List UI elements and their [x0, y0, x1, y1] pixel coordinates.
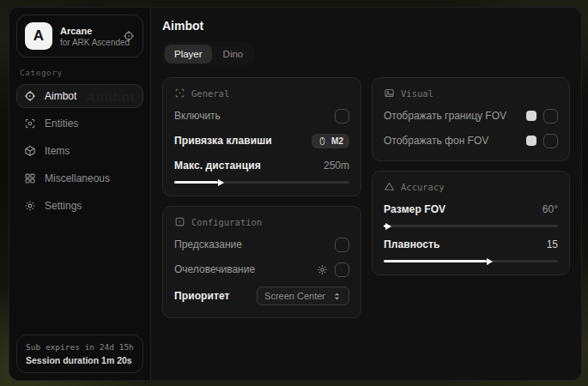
app-logo: A: [25, 22, 52, 50]
fov-size-label: Размер FOV: [384, 203, 446, 215]
fov-border-color-swatch[interactable]: [526, 111, 536, 121]
fov-bg-color-swatch[interactable]: [526, 136, 536, 146]
triangle-icon: [384, 181, 395, 192]
smoothness-label: Плавность: [384, 238, 440, 250]
target-icon[interactable]: [123, 30, 135, 42]
visual-card: Visual Отображать границу FOV Отображать…: [372, 77, 570, 161]
enable-row: Включить: [174, 108, 349, 124]
page-title: Aimbot: [162, 19, 570, 33]
sidebar: A Arcane for ARK Ascended Category: [9, 8, 151, 380]
app-subtitle: for ARK Ascended: [60, 38, 115, 47]
box-icon: [24, 145, 36, 157]
humanize-checkbox[interactable]: [335, 262, 349, 277]
session-panel: Sub expires in 24d 15h Session duration …: [16, 335, 143, 373]
image-icon: [384, 87, 395, 99]
accuracy-card: Accuracy Размер FOV 60° Плавность 15: [372, 171, 570, 275]
sidebar-item-miscellaneous[interactable]: Miscellaneous: [16, 166, 143, 190]
card-title: Configuration: [191, 217, 262, 227]
crosshair-icon: [24, 90, 36, 102]
sidebar-item-label: Items: [45, 145, 70, 157]
sidebar-item-label: Aimbot: [45, 90, 76, 102]
fov-bg-label: Отображать фон FOV: [384, 135, 488, 147]
distance-slider[interactable]: [174, 181, 349, 184]
humanize-label: Очеловечивание: [174, 263, 255, 275]
fov-size-slider[interactable]: [384, 225, 558, 227]
fov-bg-row: Отображать фон FOV: [384, 133, 558, 148]
keybind-row: Привязка клавиши M2: [174, 133, 349, 148]
fov-size-row: Размер FOV 60°: [384, 202, 558, 217]
fov-border-checkbox[interactable]: [543, 109, 558, 124]
focus-icon: [174, 87, 185, 99]
sidebar-item-label: Entities: [45, 118, 78, 130]
chevron-up-down-icon: [332, 292, 342, 301]
distance-value: 250m: [324, 160, 349, 172]
app-header: A Arcane for ARK Ascended: [16, 15, 143, 57]
sidebar-item-aimbot[interactable]: Aimbot Aimbot: [16, 84, 143, 108]
gear-mini-icon[interactable]: [317, 264, 328, 275]
sidebar-item-label: Settings: [45, 200, 82, 212]
card-title: Accuracy: [401, 182, 445, 192]
tab-player[interactable]: Player: [165, 45, 212, 63]
priority-row: Приоритет Screen Center: [174, 286, 349, 305]
sidebar-item-items[interactable]: Items: [16, 139, 143, 163]
prediction-label: Предсказание: [174, 238, 242, 250]
app-window: A Arcane for ARK Ascended Category: [9, 7, 582, 381]
humanize-row: Очеловечивание: [174, 262, 349, 277]
fov-border-row: Отображать границу FOV: [384, 108, 558, 124]
session-duration-text: Session duration 1m 20s: [26, 355, 134, 365]
keybind-button[interactable]: M2: [312, 134, 349, 148]
grid-icon: [24, 172, 36, 184]
enable-checkbox[interactable]: [335, 109, 349, 124]
slider-thumb[interactable]: [218, 179, 224, 186]
keybind-label: Привязка клавиши: [174, 135, 272, 147]
sub-expires-text: Sub expires in 24d 15h: [26, 342, 134, 352]
tune-icon: [174, 216, 185, 227]
smoothness-value: 15: [547, 238, 558, 250]
main-panel: Aimbot Player Dino General: [151, 8, 581, 380]
card-title: Visual: [401, 88, 433, 99]
slider-thumb[interactable]: [487, 258, 493, 265]
prediction-row: Предсказание: [174, 237, 349, 252]
scan-icon: [24, 118, 36, 130]
sidebar-item-entities[interactable]: Entities: [16, 112, 143, 136]
smoothness-slider[interactable]: [384, 260, 558, 262]
priority-label: Приоритет: [174, 290, 230, 302]
fov-size-value: 60°: [543, 203, 558, 215]
sidebar-nav: Aimbot Aimbot Entities Item: [16, 84, 143, 218]
tab-dino[interactable]: Dino: [214, 45, 253, 63]
priority-value: Screen Center: [264, 291, 325, 301]
tab-bar: Player Dino: [162, 42, 255, 66]
sidebar-item-label: Miscellaneous: [45, 172, 110, 184]
app-name: Arcane: [60, 26, 115, 36]
category-label: Category: [20, 68, 140, 77]
general-card: General Включить Привязка клавиши: [162, 77, 361, 196]
distance-row: Макс. дистанция 250m: [174, 158, 349, 173]
card-title: General: [191, 88, 229, 99]
distance-label: Макс. дистанция: [174, 160, 261, 172]
prediction-checkbox[interactable]: [335, 238, 349, 252]
aimbot-watermark: Aimbot: [86, 89, 136, 104]
smoothness-row: Плавность 15: [384, 237, 558, 252]
keybind-value: M2: [331, 136, 343, 146]
enable-label: Включить: [174, 110, 221, 122]
configuration-card: Configuration Предсказание Очеловечивани…: [162, 206, 361, 318]
priority-dropdown[interactable]: Screen Center: [257, 286, 349, 305]
fov-border-label: Отображать границу FOV: [384, 110, 506, 122]
sidebar-item-settings[interactable]: Settings: [16, 194, 143, 218]
fov-bg-checkbox[interactable]: [543, 134, 558, 148]
mouse-icon: [318, 136, 327, 146]
slider-thumb[interactable]: [385, 223, 391, 230]
gear-icon: [24, 200, 36, 212]
